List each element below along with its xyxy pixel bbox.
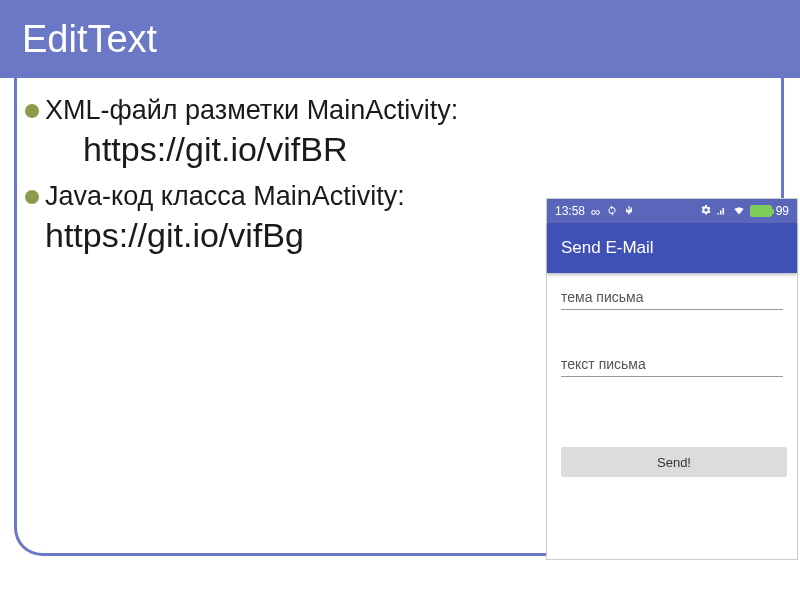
- phone-screenshot: 13:58 ∞ 99 Send E-Mail тема п: [546, 198, 798, 560]
- status-bar: 13:58 ∞ 99: [547, 199, 797, 223]
- slide-title: EditText: [22, 18, 157, 61]
- settings-icon: [700, 204, 712, 219]
- battery-percent: 99: [776, 204, 789, 218]
- body-field[interactable]: текст письма: [561, 350, 783, 377]
- bullet-text: XML-файл разметки MainActivity:: [45, 95, 458, 125]
- slide-title-bar: EditText: [0, 0, 800, 78]
- usb-icon: [624, 203, 634, 220]
- bullet-link: https://git.io/vifBg: [45, 214, 405, 257]
- battery-icon: [750, 205, 772, 217]
- wifi-icon: [732, 204, 746, 219]
- subject-field[interactable]: тема письма: [561, 283, 783, 310]
- status-time: 13:58: [555, 204, 585, 218]
- bullet-icon: [25, 104, 39, 118]
- sync-icon: [606, 204, 618, 219]
- send-button[interactable]: Send!: [561, 447, 787, 477]
- infinity-icon: ∞: [591, 204, 600, 219]
- app-bar-title: Send E-Mail: [561, 238, 654, 258]
- bullet-icon: [25, 190, 39, 204]
- bullet-text: Java-код класса MainActivity:: [45, 181, 405, 211]
- app-bar: Send E-Mail: [547, 223, 797, 273]
- bullet-item: XML-файл разметки MainActivity: https://…: [25, 94, 773, 170]
- bullet-link: https://git.io/vifBR: [83, 128, 458, 171]
- signal-icon: [716, 204, 728, 219]
